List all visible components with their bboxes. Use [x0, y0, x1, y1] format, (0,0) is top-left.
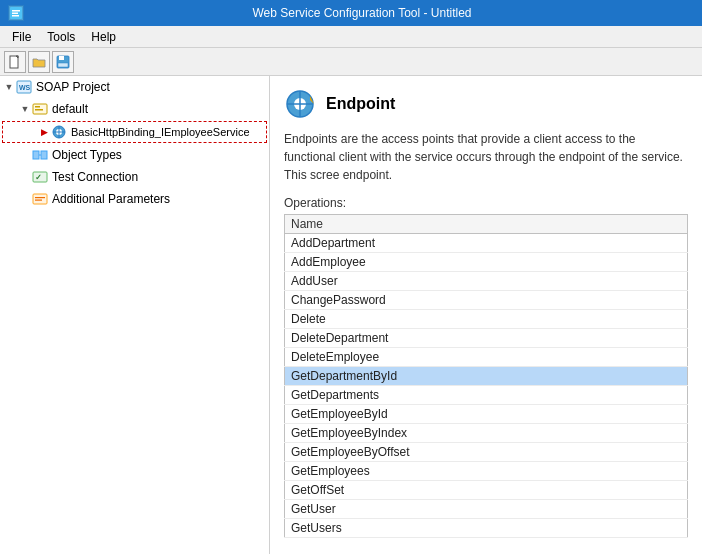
default-icon: [32, 101, 48, 117]
binding-icon: [51, 124, 67, 140]
menu-file[interactable]: File: [4, 28, 39, 46]
table-row[interactable]: AddEmployee: [285, 253, 688, 272]
svg-rect-13: [35, 109, 43, 111]
menu-help[interactable]: Help: [83, 28, 124, 46]
tree-item-soap-project[interactable]: ▼ WS SOAP Project: [0, 76, 269, 98]
operation-name: ChangePassword: [285, 291, 688, 310]
expand-icon-object-types: ▶: [18, 148, 32, 162]
tree-item-object-types[interactable]: ▶ Object Types: [0, 144, 269, 166]
object-types-label: Object Types: [52, 148, 122, 162]
save-button[interactable]: [52, 51, 74, 73]
table-row[interactable]: GetOffSet: [285, 481, 688, 500]
svg-text:WS: WS: [19, 84, 31, 91]
endpoint-title: Endpoint: [326, 95, 395, 113]
tree-item-binding[interactable]: ▶ BasicHttpBinding_IEmployeeService: [2, 121, 267, 143]
table-row[interactable]: GetEmployeeByOffset: [285, 443, 688, 462]
tree-item-test-connection[interactable]: ▶ ✓ Test Connection: [0, 166, 269, 188]
test-connection-icon: ✓: [32, 169, 48, 185]
operations-column-header: Name: [285, 215, 688, 234]
title-bar: Web Service Configuration Tool - Untitle…: [0, 0, 702, 26]
menu-tools[interactable]: Tools: [39, 28, 83, 46]
table-row[interactable]: GetUsers: [285, 519, 688, 538]
expand-icon-binding: ▶: [37, 125, 51, 139]
operation-name: AddUser: [285, 272, 688, 291]
expand-icon-default: ▼: [18, 102, 32, 116]
expand-icon-params: ▶: [18, 192, 32, 206]
default-label: default: [52, 102, 88, 116]
binding-label: BasicHttpBinding_IEmployeeService: [71, 126, 250, 138]
operation-name: AddEmployee: [285, 253, 688, 272]
operation-name: GetEmployeeByOffset: [285, 443, 688, 462]
operation-name: AddDepartment: [285, 234, 688, 253]
toolbar: [0, 48, 702, 76]
endpoint-icon: [284, 88, 316, 120]
open-button[interactable]: [28, 51, 50, 73]
operation-name: GetOffSet: [285, 481, 688, 500]
svg-rect-8: [58, 63, 68, 67]
app-icon: [8, 5, 24, 21]
operation-name: GetEmployees: [285, 462, 688, 481]
svg-rect-1: [12, 10, 20, 12]
svg-rect-3: [12, 15, 19, 17]
table-row[interactable]: GetUser: [285, 500, 688, 519]
table-row[interactable]: GetEmployeeById: [285, 405, 688, 424]
svg-rect-19: [41, 151, 47, 159]
tree-item-additional-params[interactable]: ▶ Additional Parameters: [0, 188, 269, 210]
tree-item-default[interactable]: ▼ default: [0, 98, 269, 120]
test-connection-label: Test Connection: [52, 170, 138, 184]
operation-name: GetEmployeeById: [285, 405, 688, 424]
svg-rect-25: [35, 200, 42, 201]
operations-label: Operations:: [284, 196, 688, 210]
expand-icon-test: ▶: [18, 170, 32, 184]
operation-name: DeleteEmployee: [285, 348, 688, 367]
table-row[interactable]: GetEmployeeByIndex: [285, 424, 688, 443]
svg-rect-4: [10, 56, 18, 68]
svg-rect-18: [33, 151, 39, 159]
table-row[interactable]: ChangePassword: [285, 291, 688, 310]
table-row[interactable]: AddDepartment: [285, 234, 688, 253]
expand-icon-soap: ▼: [2, 80, 16, 94]
endpoint-header: Endpoint: [284, 88, 688, 120]
menu-bar: File Tools Help: [0, 26, 702, 48]
table-row[interactable]: GetDepartments: [285, 386, 688, 405]
right-panel: Endpoint Endpoints are the access points…: [270, 76, 702, 554]
table-row[interactable]: AddUser: [285, 272, 688, 291]
svg-rect-7: [59, 56, 64, 60]
object-types-icon: [32, 147, 48, 163]
table-row[interactable]: GetEmployees: [285, 462, 688, 481]
table-row[interactable]: DeleteEmployee: [285, 348, 688, 367]
operation-name: GetDepartmentById: [285, 367, 688, 386]
additional-params-icon: [32, 191, 48, 207]
soap-project-icon: WS: [16, 79, 32, 95]
svg-rect-23: [33, 194, 47, 204]
operation-name: GetUser: [285, 500, 688, 519]
window-title: Web Service Configuration Tool - Untitle…: [30, 6, 694, 20]
operations-table: Name AddDepartmentAddEmployeeAddUserChan…: [284, 214, 688, 538]
operation-name: DeleteDepartment: [285, 329, 688, 348]
endpoint-description: Endpoints are the access points that pro…: [284, 130, 688, 184]
main-content: ▼ WS SOAP Project ▼ default: [0, 76, 702, 554]
svg-text:✓: ✓: [35, 173, 42, 182]
svg-rect-24: [35, 197, 45, 198]
svg-rect-2: [12, 13, 18, 15]
tree-panel: ▼ WS SOAP Project ▼ default: [0, 76, 270, 554]
svg-rect-12: [35, 106, 40, 108]
table-row[interactable]: Delete: [285, 310, 688, 329]
operation-name: Delete: [285, 310, 688, 329]
soap-project-label: SOAP Project: [36, 80, 110, 94]
additional-params-label: Additional Parameters: [52, 192, 170, 206]
operation-name: GetEmployeeByIndex: [285, 424, 688, 443]
operation-name: GetDepartments: [285, 386, 688, 405]
table-row[interactable]: DeleteDepartment: [285, 329, 688, 348]
table-row[interactable]: GetDepartmentById: [285, 367, 688, 386]
operation-name: GetUsers: [285, 519, 688, 538]
new-button[interactable]: [4, 51, 26, 73]
